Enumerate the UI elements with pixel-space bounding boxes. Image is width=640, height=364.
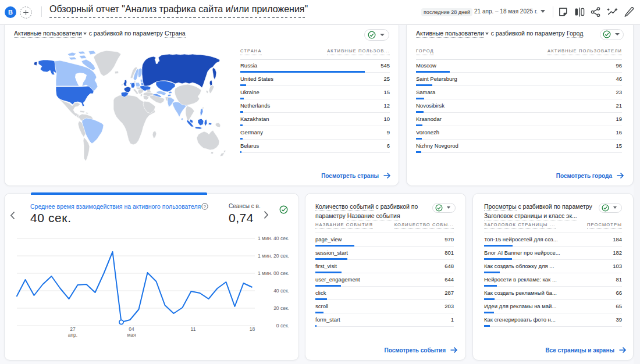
svg-text:27: 27 [70,326,76,332]
svg-text:40 сек.: 40 сек. [273,288,289,294]
svg-text:мая: мая [127,332,136,338]
svg-text:апр.: апр. [68,332,77,338]
svg-text:04: 04 [129,326,134,332]
svg-text:20 сек.: 20 сек. [273,305,289,311]
svg-text:1 мин. 40 сек.: 1 мин. 40 сек. [258,235,289,241]
svg-text:1 мин. 20 сек.: 1 мин. 20 сек. [258,253,289,259]
svg-text:18: 18 [250,326,255,332]
svg-text:11: 11 [191,326,196,332]
svg-text:1 мин. 00 сек.: 1 мин. 00 сек. [258,270,289,276]
svg-text:0 сек.: 0 сек. [276,323,289,329]
